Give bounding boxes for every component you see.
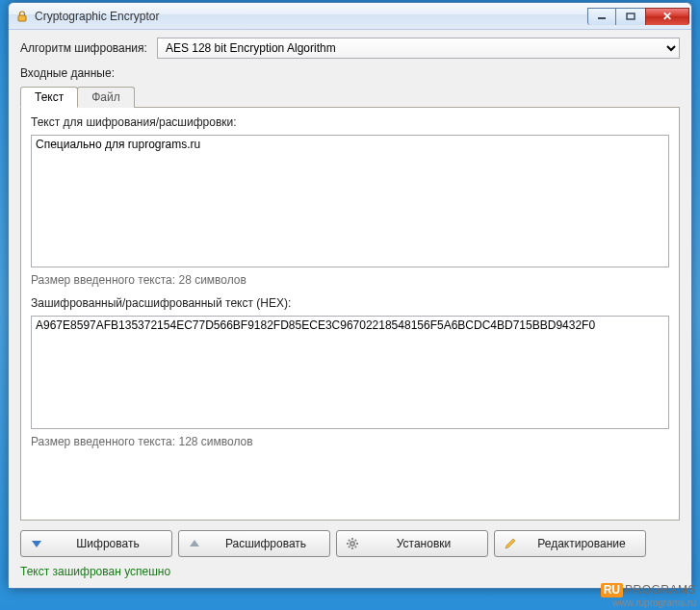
svg-line-13 <box>355 540 356 541</box>
brand-ru: RU <box>601 583 623 597</box>
encrypt-button[interactable]: Шифровать <box>20 530 172 557</box>
lock-icon <box>14 9 30 24</box>
input-data-label: Входные данные: <box>20 66 680 80</box>
settings-button[interactable]: Установки <box>336 530 488 557</box>
hextext-label: Зашифрованный/расшифрованный текст (HEX)… <box>31 296 669 310</box>
window-controls: ✕ <box>587 8 689 25</box>
svg-line-12 <box>349 546 350 547</box>
algorithm-label: Алгоритм шифрования: <box>20 41 147 55</box>
titlebar[interactable]: Cryptographic Encryptor ✕ <box>9 3 691 30</box>
brand-programs: PROGRAMS <box>625 584 696 597</box>
tab-file[interactable]: Файл <box>77 87 135 108</box>
button-row: Шифровать Расшифровать Установки Редакти… <box>20 530 680 557</box>
brand-url: www.ruprograms.ru <box>601 597 696 608</box>
maximize-button[interactable] <box>616 8 645 25</box>
pencil-icon <box>503 536 518 551</box>
triangle-down-icon <box>29 536 44 551</box>
input-tabs: Текст Файл <box>20 86 680 108</box>
status-text: Текст зашифрован успешно <box>20 565 680 578</box>
close-button[interactable]: ✕ <box>645 8 689 25</box>
gear-icon <box>345 536 360 551</box>
svg-rect-1 <box>598 17 606 19</box>
hextext-input[interactable]: A967E8597AFB135372154EC77D566BF9182FD85E… <box>31 316 669 429</box>
svg-rect-0 <box>18 15 26 21</box>
plaintext-size: Размер введенного текста: 28 символов <box>31 273 669 287</box>
edit-button[interactable]: Редактирование <box>494 530 646 557</box>
hextext-size: Размер введенного текста: 128 символов <box>31 435 669 448</box>
svg-marker-4 <box>190 540 199 546</box>
svg-marker-3 <box>32 541 41 547</box>
client-area: Алгоритм шифрования: AES 128 bit Encrypt… <box>9 30 691 588</box>
tab-body-text: Текст для шифрования/расшифровки: Специа… <box>20 108 680 521</box>
minimize-button[interactable] <box>587 8 616 25</box>
plaintext-input[interactable]: Специально для ruprograms.ru <box>31 135 669 267</box>
svg-rect-2 <box>627 13 635 19</box>
plaintext-label: Текст для шифрования/расшифровки: <box>31 115 669 129</box>
svg-point-14 <box>351 543 354 546</box>
svg-line-10 <box>349 540 350 541</box>
svg-line-11 <box>355 546 356 547</box>
algorithm-row: Алгоритм шифрования: AES 128 bit Encrypt… <box>20 38 680 59</box>
app-window: Cryptographic Encryptor ✕ Алгоритм шифро… <box>8 2 692 589</box>
window-title: Cryptographic Encryptor <box>35 10 587 23</box>
tab-text[interactable]: Текст <box>20 87 78 108</box>
algorithm-select[interactable]: AES 128 bit Encryption Algorithm <box>157 38 680 59</box>
brand-watermark: RU PROGRAMS www.ruprograms.ru <box>601 583 696 608</box>
decrypt-button[interactable]: Расшифровать <box>178 530 330 557</box>
svg-marker-15 <box>506 539 515 548</box>
triangle-up-icon <box>187 536 202 551</box>
